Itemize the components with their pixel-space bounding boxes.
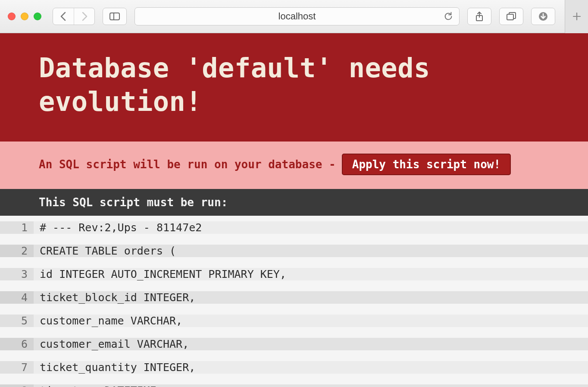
code-text: id INTEGER AUTO_INCREMENT PRIMARY KEY, (34, 268, 588, 280)
code-text: # --- Rev:2,Ups - 81147e2 (34, 221, 588, 234)
new-tab-button[interactable] (565, 0, 588, 33)
notice-bar: An SQL script will be run on your databa… (0, 142, 588, 189)
hero-banner: Database 'default' needs evolution! (0, 33, 588, 142)
plus-icon (572, 12, 582, 21)
notice-text: An SQL script will be run on your databa… (39, 158, 336, 171)
toolbar-right (467, 8, 555, 25)
line-number: 6 (0, 338, 34, 350)
window-maximize-button[interactable] (34, 13, 41, 20)
tabs-icon (506, 12, 516, 21)
tabs-overview-button[interactable] (499, 8, 523, 25)
chevron-right-icon (81, 12, 88, 21)
code-line: 5 customer_name VARCHAR, (0, 309, 588, 332)
browser-toolbar: localhost (0, 0, 588, 33)
line-number: 3 (0, 268, 34, 280)
code-line: 6 customer_email VARCHAR, (0, 332, 588, 356)
code-header: This SQL script must be run: (0, 189, 588, 216)
line-number: 8 (0, 384, 34, 387)
address-text: localhost (278, 11, 316, 22)
page-viewport: Database 'default' needs evolution! An S… (0, 33, 588, 387)
window-minimize-button[interactable] (21, 13, 28, 20)
code-text: CREATE TABLE orders ( (34, 245, 588, 257)
svg-rect-0 (110, 13, 119, 20)
share-button[interactable] (467, 8, 491, 25)
code-text: ticket_quantity INTEGER, (34, 361, 588, 374)
download-icon (538, 11, 548, 22)
code-text: customer_name VARCHAR, (34, 315, 588, 327)
code-line: 4 ticket_block_id INTEGER, (0, 286, 588, 309)
line-number: 7 (0, 361, 34, 374)
code-line: 8 timestamp DATETIME (0, 379, 588, 387)
code-line: 7 ticket_quantity INTEGER, (0, 356, 588, 379)
apply-script-button[interactable]: Apply this script now! (342, 154, 511, 175)
line-number: 1 (0, 221, 34, 234)
window-close-button[interactable] (8, 13, 16, 20)
downloads-button[interactable] (531, 8, 555, 25)
reload-button[interactable] (444, 12, 453, 21)
forward-button[interactable] (74, 8, 94, 25)
sidebar-toggle-button[interactable] (103, 8, 127, 25)
svg-rect-4 (507, 14, 513, 20)
window-controls (8, 13, 41, 20)
code-text: ticket_block_id INTEGER, (34, 291, 588, 304)
back-button[interactable] (53, 8, 74, 25)
line-number: 2 (0, 245, 34, 257)
share-icon (475, 11, 484, 22)
reload-icon (444, 12, 453, 21)
code-line: 3 id INTEGER AUTO_INCREMENT PRIMARY KEY, (0, 262, 588, 286)
address-bar[interactable]: localhost (134, 7, 460, 25)
code-text: customer_email VARCHAR, (34, 338, 588, 350)
code-line: 2 CREATE TABLE orders ( (0, 239, 588, 262)
page-title: Database 'default' needs evolution! (39, 51, 549, 118)
code-block: 1 # --- Rev:2,Ups - 81147e2 2 CREATE TAB… (0, 216, 588, 387)
code-line: 1 # --- Rev:2,Ups - 81147e2 (0, 216, 588, 239)
nav-back-forward (53, 8, 95, 25)
chevron-left-icon (60, 12, 67, 21)
line-number: 5 (0, 315, 34, 327)
code-text: timestamp DATETIME (34, 384, 588, 387)
line-number: 4 (0, 291, 34, 304)
sidebar-icon (109, 13, 120, 20)
